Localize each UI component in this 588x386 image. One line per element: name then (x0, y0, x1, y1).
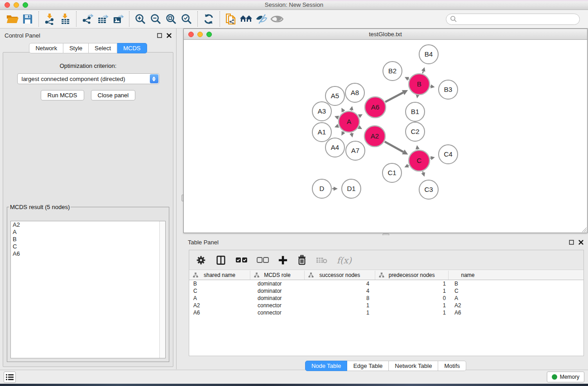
delete-row-icon[interactable] (297, 255, 307, 266)
mcds-result-item[interactable]: A6 (11, 250, 165, 257)
mcds-result-item[interactable]: C (11, 243, 165, 250)
task-history-button[interactable] (4, 372, 16, 383)
search-field[interactable] (446, 14, 580, 25)
table-row[interactable]: Cdominator41C (189, 287, 583, 295)
mcds-result-item[interactable]: A (11, 229, 165, 236)
add-row-icon[interactable] (278, 255, 288, 265)
zoom-selected-icon[interactable] (179, 11, 194, 27)
table-cell[interactable] (487, 302, 583, 309)
table-cell[interactable]: A2 (189, 302, 250, 309)
criterion-select[interactable]: largest connected component (directed) (17, 73, 159, 84)
table-cell[interactable]: 4 (305, 287, 375, 295)
table-cell[interactable] (487, 287, 583, 295)
float-panel-icon[interactable] (157, 33, 162, 38)
table-row[interactable]: Bdominator41B (189, 280, 583, 287)
close-panel-button[interactable]: Close panel (91, 90, 136, 100)
tab-style[interactable]: Style (63, 43, 89, 53)
table-cell[interactable]: B (449, 280, 487, 287)
table-cell[interactable]: A (449, 295, 487, 302)
table-row[interactable]: Adominator80A (189, 295, 583, 302)
show-columns-icon[interactable] (215, 255, 226, 266)
run-mcds-button[interactable]: Run MCDS (41, 90, 84, 100)
export-table-icon[interactable] (95, 11, 110, 27)
column-header-name[interactable]: name (449, 271, 487, 280)
table-cell[interactable]: 1 (375, 287, 449, 295)
search-input[interactable] (457, 14, 579, 24)
table-cell[interactable]: 1 (305, 309, 375, 316)
mcds-result-item[interactable]: B (11, 236, 165, 243)
table-cell[interactable]: 8 (305, 295, 375, 302)
table-cell[interactable]: C (189, 287, 250, 295)
zoom-out-icon[interactable] (148, 11, 163, 27)
close-panel-icon[interactable] (578, 240, 583, 245)
deselect-all-icon[interactable] (257, 257, 269, 264)
tab-select[interactable]: Select (89, 43, 117, 53)
table-cell[interactable]: A (189, 295, 250, 302)
table-cell[interactable] (487, 309, 583, 316)
table-cell[interactable]: dominator (250, 295, 305, 302)
tab-edge-table[interactable]: Edge Table (347, 361, 389, 371)
table-cell[interactable]: 1 (375, 309, 449, 316)
import-table-icon[interactable] (57, 11, 73, 27)
refresh-icon[interactable] (201, 11, 216, 27)
mcds-result-item[interactable]: A2 (11, 221, 165, 229)
zoom-in-icon[interactable] (133, 11, 148, 27)
table-cell[interactable]: A6 (189, 309, 250, 316)
graph-edge-C-C3[interactable] (423, 172, 423, 173)
table-cell[interactable]: dominator (250, 280, 305, 287)
table-cell[interactable]: 4 (305, 280, 375, 287)
table-cell[interactable]: 1 (305, 302, 375, 309)
import-network-icon[interactable] (42, 11, 57, 27)
zoom-fit-icon[interactable] (163, 11, 179, 27)
graph-edge-B-B2[interactable] (408, 79, 409, 79)
resize-grip-icon[interactable] (581, 226, 587, 232)
scrollbar-track[interactable] (159, 221, 165, 358)
graph-edge-B-B4[interactable] (423, 71, 424, 73)
table-cell[interactable]: A2 (449, 302, 487, 309)
table-cell[interactable]: 1 (375, 302, 449, 309)
column-header-MCDS-role[interactable]: MCDS role (250, 271, 305, 280)
column-header-successor-nodes[interactable]: successor nodes (305, 271, 375, 280)
table-cell[interactable]: C (449, 287, 487, 295)
table-cell[interactable]: B (189, 280, 250, 287)
tab-motifs[interactable]: Motifs (438, 361, 466, 371)
export-image-icon[interactable] (110, 11, 126, 27)
apply-function-icon[interactable]: f(x) (337, 255, 352, 265)
table-cell[interactable]: A6 (449, 309, 487, 316)
select-all-icon[interactable] (235, 257, 248, 264)
table-row[interactable]: A6connector11A6 (189, 309, 583, 316)
memory-button[interactable]: Memory (547, 372, 584, 382)
delete-column-icon[interactable] (316, 256, 328, 264)
network-canvas[interactable]: AA1A2A3A4A5A6A7A8BB1B2B3B4CC1C2C3C4DD1 (184, 40, 587, 233)
mcds-result-list[interactable]: A2ABCA6 (10, 221, 166, 358)
tab-mcds[interactable]: MCDS (117, 43, 147, 53)
table-cell[interactable]: connector (250, 309, 305, 316)
close-panel-icon[interactable] (167, 33, 172, 38)
float-panel-icon[interactable] (569, 240, 574, 245)
settings-gear-icon[interactable] (196, 255, 206, 266)
network-window-titlebar[interactable]: testGlobe.txt (184, 29, 587, 40)
column-header-shared-name[interactable]: shared name (189, 271, 250, 280)
tab-network-table[interactable]: Network Table (389, 361, 438, 371)
table-cell[interactable] (487, 295, 583, 302)
tab-node-table[interactable]: Node Table (305, 361, 348, 371)
column-header-predecessor-nodes[interactable]: predecessor nodes (375, 271, 449, 280)
open-network-file-icon[interactable] (223, 11, 239, 27)
hide-detail-icon[interactable] (254, 11, 269, 27)
graph-edge-A2-C[interactable] (385, 142, 403, 152)
show-eye-icon[interactable] (269, 11, 285, 27)
table-cell[interactable]: connector (250, 302, 305, 309)
graph-edge-A6-B[interactable] (385, 93, 403, 102)
save-session-icon[interactable] (20, 11, 35, 27)
open-session-icon[interactable] (5, 11, 20, 27)
tab-network[interactable]: Network (29, 43, 63, 53)
table-cell[interactable]: 0 (375, 295, 449, 302)
table-cell[interactable]: 1 (375, 280, 449, 287)
graph-edge-C-C1[interactable] (408, 165, 409, 166)
table-cell[interactable] (487, 280, 583, 287)
table-cell[interactable]: dominator (250, 287, 305, 295)
network-graph[interactable]: AA1A2A3A4A5A6A7A8BB1B2B3B4CC1C2C3C4DD1 (184, 40, 587, 233)
export-network-icon[interactable] (80, 11, 95, 27)
home-icon[interactable] (239, 11, 254, 27)
table-row[interactable]: A2connector11A2 (189, 302, 583, 309)
